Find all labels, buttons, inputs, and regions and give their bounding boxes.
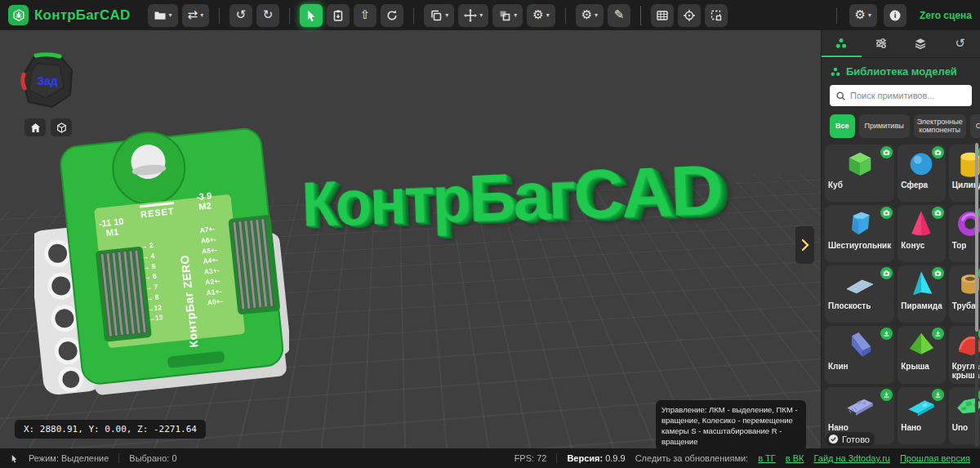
download-badge-icon (932, 328, 944, 340)
model-name: Клин (828, 362, 891, 372)
crosshair-icon (683, 9, 696, 22)
view-cube[interactable]: Зад (15, 48, 80, 114)
cached-badge-icon (932, 146, 944, 158)
import-export-button[interactable]: ⇄ ▾ (182, 4, 210, 27)
duplicate-icon (498, 9, 511, 22)
tab-history[interactable]: ↺ (941, 30, 980, 57)
history-icon: ↺ (955, 36, 965, 51)
redo-icon: ↻ (263, 9, 274, 21)
right-sidebar: ↺ Библиотека моделей Все Примитивы Элект… (821, 30, 980, 448)
model-card-sphere[interactable]: Сфера (898, 145, 945, 202)
cursor-icon (10, 453, 19, 464)
toolbar-divider (565, 7, 566, 24)
telegram-link[interactable]: в ТГ (758, 453, 776, 463)
toolbar-divider (836, 7, 837, 24)
filter-electronics[interactable]: Электронные компоненты (914, 114, 966, 138)
toolbar-divider (289, 7, 290, 24)
copy-tool-button[interactable]: ▾ (424, 4, 454, 27)
edit-pencil-button[interactable]: ✎ (608, 4, 630, 27)
paste-button[interactable] (327, 4, 350, 27)
chevron-down-icon: ▾ (595, 11, 598, 19)
info-button[interactable]: i (884, 4, 906, 27)
sidebar-tabs: ↺ (822, 30, 980, 58)
guide-link[interactable]: Гайд на 3dtoday.ru (813, 453, 890, 463)
statusbar-right-group: FPS: 72 Версия: 0.9.9 Следить за обновле… (514, 453, 970, 463)
vk-link[interactable]: в ВК (786, 453, 804, 463)
cached-badge-icon (932, 207, 944, 219)
model-card-cone[interactable]: Конус (898, 205, 945, 262)
library-scrollbar[interactable] (975, 143, 978, 447)
frame-select-button[interactable] (705, 4, 728, 27)
model-name: Плоскость (828, 301, 891, 311)
library-title: Библиотека моделей (846, 65, 957, 78)
app-logo: КонтрБагCAD (8, 5, 131, 25)
chevron-down-icon: ▾ (445, 11, 448, 19)
tab-model-library[interactable] (822, 30, 862, 57)
model-name: Нано (828, 423, 891, 433)
tab-properties[interactable] (862, 30, 902, 57)
model-card-roof[interactable]: Крыша (898, 326, 945, 384)
primitives-icon (835, 37, 848, 50)
model-card-plane[interactable]: Плоскость (825, 265, 894, 323)
export-up-button[interactable]: ⇧ (354, 4, 376, 27)
gear-icon: ⚙ (855, 9, 866, 21)
statusbar-divider (556, 453, 557, 463)
settings-tool-button[interactable]: ⚙ ▾ (576, 4, 604, 27)
viewport-3d-canvas[interactable]: Зад (0, 30, 821, 448)
undo-icon: ↺ (236, 9, 247, 21)
info-icon: i (889, 9, 902, 22)
bug-cube-logo-icon (8, 5, 29, 25)
model-name: Сфера (901, 181, 942, 190)
search-input[interactable] (850, 91, 966, 100)
undo-button[interactable]: ↺ (229, 4, 252, 27)
open-file-button[interactable]: ▾ (148, 4, 178, 27)
controls-tooltip: Управление: ЛКМ - выделение, ПКМ - враще… (656, 400, 806, 448)
tab-layers[interactable] (901, 30, 941, 57)
download-badge-icon (932, 389, 944, 401)
sidebar-collapse-button[interactable] (795, 226, 814, 264)
primitives-icon (830, 66, 841, 78)
chevron-down-icon: ▾ (514, 11, 517, 19)
gear-icon: ⚙ (581, 9, 592, 21)
redo-button[interactable]: ↻ (256, 4, 279, 27)
filter-primitives[interactable]: Примитивы (859, 114, 910, 138)
grid-toggle-button[interactable] (651, 4, 674, 27)
filter-chips: Все Примитивы Электронные компоненты Соо… (830, 114, 980, 138)
origin-button[interactable] (678, 4, 701, 27)
mode-label: Режим: Выделение (29, 453, 109, 463)
status-toast: Готово (826, 432, 875, 446)
duplicate-tool-button[interactable]: ▾ (492, 4, 523, 27)
filter-community[interactable]: Сообщ (970, 114, 980, 138)
sync-button[interactable] (381, 4, 403, 27)
select-tool-button[interactable] (300, 4, 323, 27)
scene-3d-text-object[interactable]: КонтрБагCAD (301, 143, 821, 240)
cursor-coordinates: X: 2880.91, Y: 0.00, Z: -2271.64 (15, 420, 206, 439)
model-card-hex-prism[interactable]: Шестиугольник (825, 205, 894, 262)
model-name: Крыша (901, 362, 942, 372)
toolbar-divider (640, 6, 641, 25)
version-label: Версия: (567, 453, 603, 463)
model-name: Пирамида (901, 301, 942, 311)
sliders-icon (875, 37, 888, 50)
filter-all[interactable]: Все (830, 114, 855, 138)
toolbar-divider (413, 7, 414, 24)
cached-badge-icon (932, 267, 944, 279)
version-value: 0.9.9 (605, 453, 625, 463)
model-card-wedge[interactable]: Клин (825, 326, 894, 384)
swap-arrows-icon: ⇄ (188, 9, 198, 21)
model-card-nano-cyan[interactable]: Нано (898, 387, 945, 444)
statusbar-divider (118, 453, 119, 463)
app-settings-button[interactable]: ⚙ ▾ (849, 4, 877, 27)
scene-name: Zero сцена (920, 10, 972, 21)
previous-version-link[interactable]: Прошлая версия (900, 453, 970, 463)
fps-label: FPS: 72 (514, 453, 547, 463)
model-card-pyramid[interactable]: Пирамида (898, 265, 945, 323)
cached-badge-icon (880, 267, 893, 279)
controller-model-object[interactable]: -11 10 M1 RESET -3 9 M2 КонтрБаг ZERO → … (34, 122, 289, 396)
modifiers-button[interactable]: ⚙ ▾ (527, 4, 555, 27)
updates-label: Следить за обновлениями: (635, 453, 749, 463)
scrollbar-thumb[interactable] (975, 143, 978, 332)
model-card-cube[interactable]: Куб (825, 145, 894, 202)
move-tool-button[interactable]: ▾ (458, 4, 488, 27)
top-toolbar: КонтрБагCAD ▾ ⇄ ▾ ↺ ↻ ⇧ (0, 0, 980, 30)
